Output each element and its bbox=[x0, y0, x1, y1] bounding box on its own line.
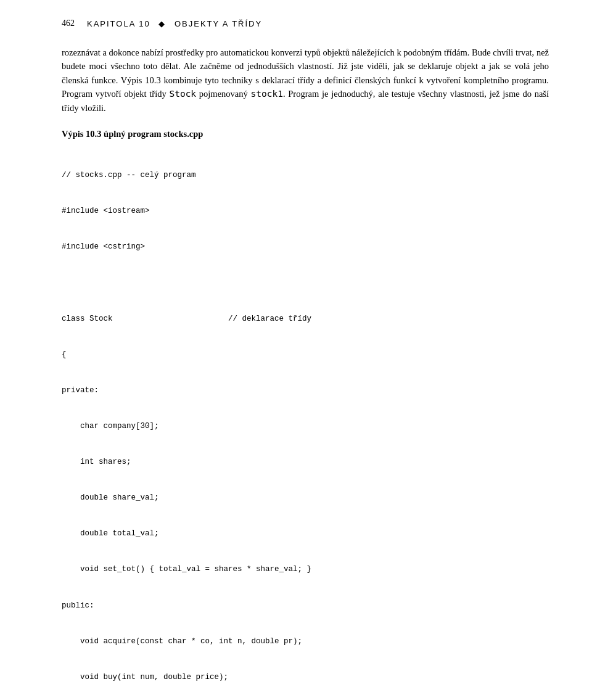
body-paragraph: rozeznávat a dokonce nabízí prostředky p… bbox=[62, 46, 549, 115]
code-line: void acquire(const char * co, int n, dou… bbox=[62, 636, 549, 648]
code-line: { bbox=[62, 349, 549, 361]
code-block: // stocks.cpp -- celý program #include <… bbox=[62, 146, 549, 700]
code-line: double total_val; bbox=[62, 528, 549, 540]
code-line: public: bbox=[62, 600, 549, 612]
code-line: #include <cstring> bbox=[62, 241, 549, 253]
page-number: 462 bbox=[62, 19, 75, 28]
listing-header: Výpis 10.3 úplný program stocks.cpp bbox=[62, 128, 549, 139]
code-line: int shares; bbox=[62, 456, 549, 468]
chapter-name: Kapitola 10 bbox=[87, 19, 150, 28]
code-line: void buy(int num, double price); bbox=[62, 672, 549, 683]
diamond-icon: ◆ bbox=[158, 19, 166, 28]
code-line: void set_tot() { total_val = shares * sh… bbox=[62, 564, 549, 575]
code-line: char company[30]; bbox=[62, 421, 549, 432]
code-line: class Stock // deklarace třídy bbox=[62, 313, 549, 325]
code-line: private: bbox=[62, 385, 549, 397]
page: 462 Kapitola 10 ◆ Objekty a třídy rozezn… bbox=[0, 0, 592, 700]
listing-title: Výpis 10.3 úplný program stocks.cpp bbox=[62, 129, 203, 139]
page-header: 462 Kapitola 10 ◆ Objekty a třídy bbox=[62, 19, 549, 28]
code-line bbox=[62, 277, 549, 289]
code-line: double share_val; bbox=[62, 492, 549, 504]
chapter-label: Kapitola 10 ◆ Objekty a třídy bbox=[87, 19, 262, 28]
chapter-title-text: Objekty a třídy bbox=[175, 19, 262, 28]
code-line: #include <iostream> bbox=[62, 205, 549, 217]
code-line: // stocks.cpp -- celý program bbox=[62, 170, 549, 181]
